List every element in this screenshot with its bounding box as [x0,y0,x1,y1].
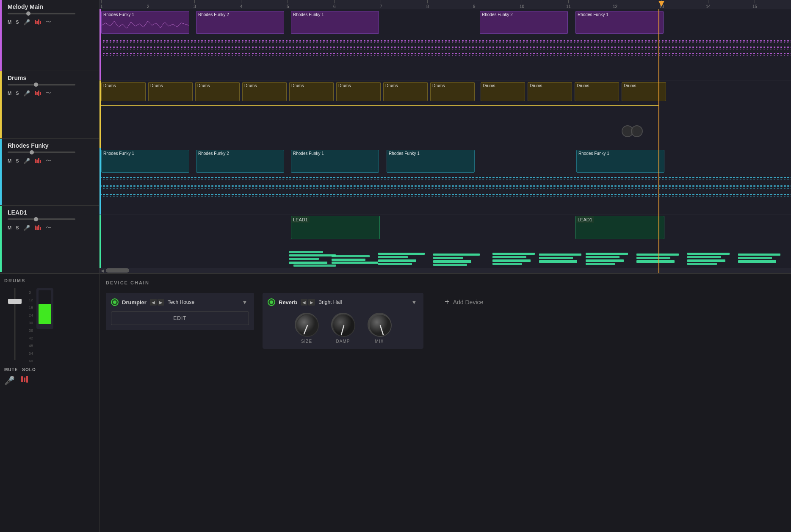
drums-section-label: DRUMS [4,278,95,283]
melody-clip-3[interactable]: Rhodes Funky 1 [291,11,379,34]
drumpler-next-arrow[interactable]: ▶ [158,299,164,306]
melody-lane: Rhodes Funky 1 Rhodes Funky 2 Rhodes Fun… [100,9,791,80]
scroll-left-arrow[interactable]: ◀ [100,268,105,273]
melody-automation-icon[interactable]: 〜 [45,19,52,25]
lead1-volume-slider[interactable] [8,218,75,220]
melody-clip-4[interactable]: Rhodes Funky 2 [480,11,568,34]
drums-solo-button[interactable]: S [16,91,19,96]
melody-slider-row [8,13,91,14]
timeline-scrollbar[interactable]: ◀ [100,268,791,273]
melody-eq-icon[interactable] [34,19,41,25]
rhodes-clip-1[interactable]: Rhodes Funky 1 [101,150,189,173]
drums-eq-icon[interactable] [34,90,41,96]
lead1-controls: M S 🎤 〜 [8,224,91,231]
drums-clip-3[interactable]: Drums [195,82,240,101]
drumpler-device: Drumpler ◀ ▶ Tech House ▼ EDIT [106,293,254,330]
drums-slider-row [8,84,91,85]
size-knob[interactable] [295,313,318,336]
rhodes-clip-5[interactable]: Rhodes Funky 1 [576,150,664,173]
drums-clip-11[interactable]: Drums [575,82,619,101]
mix-knob[interactable] [368,313,391,336]
rhodes-clip-2[interactable]: Rhodes Funky 2 [196,150,284,173]
drums-mute-button[interactable]: M [8,91,11,96]
melody-volume-slider[interactable] [8,13,75,14]
rhodes-mute-button[interactable]: M [8,158,11,163]
rhodes-automation-icon[interactable]: 〜 [45,157,52,164]
melody-mute-button[interactable]: M [8,19,11,25]
fader-thumb[interactable] [8,299,22,304]
drums-automation-icon[interactable]: 〜 [45,90,52,96]
reverb-header: Reverb ◀ ▶ Bright Hall ▼ [268,298,418,306]
channel-meter [39,290,51,324]
track-header-lead1: LEAD1 M S 🎤 [0,206,99,272]
drumpler-prev-arrow[interactable]: ◀ [150,299,157,306]
drumpler-power-button[interactable] [111,298,119,306]
rhodes-clip-4[interactable]: Rhodes Funky 1 [387,150,475,173]
ruler[interactable]: 1 2 3 4 5 6 7 8 9 10 11 12 13 14 15 16 [100,0,791,9]
drums-clip-7[interactable]: Drums [383,82,428,101]
drums-clip-8[interactable]: Drums [430,82,475,101]
melody-controls: M S 🎤 〜 [8,19,91,25]
drums-clip-12[interactable]: Drums [622,82,666,101]
drums-clip-4[interactable]: Drums [242,82,287,101]
drums-mic-icon[interactable]: 🎤 [23,90,30,96]
main-fader[interactable] [4,288,25,360]
scrollbar-thumb[interactable] [106,268,129,273]
drums-clip-9[interactable]: Drums [481,82,525,101]
rhodes-eq-icon[interactable] [34,157,41,164]
drums-lane: Drums Drums Drums Drums Drums [100,80,791,148]
scale-42: 42 [29,336,33,340]
melody-solo-button[interactable]: S [16,19,19,25]
reverb-prev-arrow[interactable]: ◀ [301,299,307,306]
drumpler-power-icon [113,300,116,304]
reverb-power-button[interactable] [268,298,275,306]
reverb-next-arrow[interactable]: ▶ [308,299,315,306]
melody-clip-1[interactable]: Rhodes Funky 1 [101,11,189,34]
mute-button[interactable]: MUTE [4,367,18,372]
melody-clip-2[interactable]: Rhodes Funky 2 [196,11,284,34]
melody-mic-icon[interactable]: 🎤 [23,19,30,25]
lead1-mute-button[interactable]: M [8,225,11,230]
rhodes-solo-button[interactable]: S [16,158,19,163]
svg-rect-61 [24,378,25,382]
drumpler-dropdown-button[interactable]: ▼ [241,298,249,306]
lead1-automation-icon[interactable]: 〜 [45,224,52,231]
lead1-slider-thumb [34,217,38,221]
drums-clip-10-label: Drums [528,83,572,89]
drums-volume-slider[interactable] [8,84,75,85]
lead1-clip-2[interactable]: LEAD1 [575,216,664,239]
svg-rect-0 [35,20,36,24]
svg-rect-8 [35,159,36,163]
svg-rect-9 [36,160,38,163]
lead1-mic-icon[interactable]: 🎤 [23,224,30,231]
drums-clip-1[interactable]: Drums [101,82,146,101]
svg-rect-60 [21,376,23,382]
svg-rect-57 [738,260,776,263]
melody-clip-5[interactable]: Rhodes Funky 1 [575,11,664,34]
rhodes-volume-slider[interactable] [8,152,75,153]
melody-clip-1-label: Rhodes Funky 1 [102,11,189,18]
svg-rect-19 [100,38,791,59]
ruler-playhead [658,0,664,9]
lead1-clip-1[interactable]: LEAD1 [291,216,380,239]
add-device-button[interactable]: + Add Device [440,293,487,311]
svg-rect-30 [332,262,378,264]
drums-clip-5[interactable]: Drums [289,82,334,101]
drums-clip-1-label: Drums [102,83,145,89]
lead1-eq-icon[interactable] [34,224,41,231]
svg-rect-29 [332,255,370,257]
drums-clip-2[interactable]: Drums [148,82,193,101]
bottom-mic-icon[interactable]: 🎤 [4,375,15,386]
rhodes-clip-3[interactable]: Rhodes Funky 1 [291,150,379,173]
bottom-eq-icon[interactable] [21,375,29,386]
drums-clip-6[interactable]: Drums [336,82,381,101]
lead1-solo-button[interactable]: S [16,225,19,230]
solo-button[interactable]: SOLO [22,367,36,372]
rhodes-mic-icon[interactable]: 🎤 [23,157,30,164]
device-chain-label: DEVICE CHAIN [106,280,785,285]
reverb-dropdown-button[interactable]: ▼ [410,298,418,306]
damp-knob[interactable] [331,313,355,336]
svg-rect-1 [36,21,38,24]
drumpler-edit-button[interactable]: EDIT [111,311,249,325]
drums-clip-10[interactable]: Drums [528,82,572,101]
